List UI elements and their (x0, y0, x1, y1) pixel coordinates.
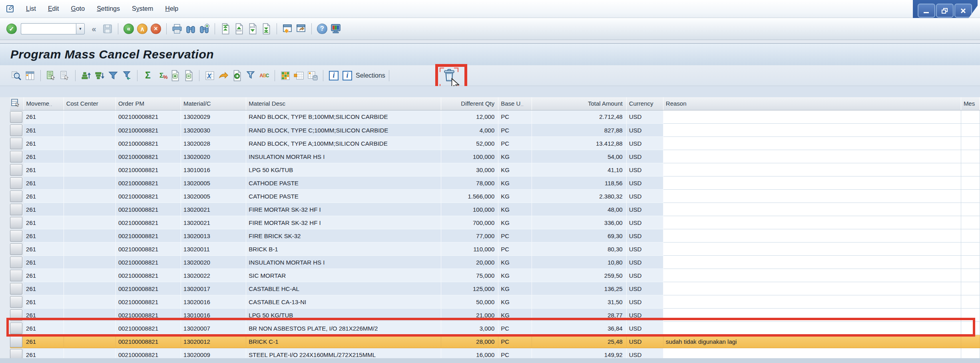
sort-asc-icon[interactable] (80, 70, 92, 82)
cell-message[interactable] (961, 203, 980, 216)
cell-message[interactable] (961, 229, 980, 243)
cell-material[interactable]: 13010016 (181, 309, 246, 322)
row-selector[interactable] (10, 296, 22, 308)
cell-movement[interactable]: 261 (24, 124, 64, 137)
menu-item-list[interactable]: List (20, 4, 42, 14)
last-page-icon[interactable] (261, 23, 272, 35)
cell-currency[interactable]: USD (626, 309, 663, 322)
menu-item-help[interactable]: Help (159, 4, 184, 14)
row-selector[interactable] (10, 323, 22, 334)
close-button[interactable] (954, 4, 972, 18)
find-icon[interactable] (185, 23, 196, 35)
col-header-currency[interactable]: Currency (626, 97, 663, 110)
cell-message[interactable] (961, 110, 980, 124)
cell-currency[interactable]: USD (626, 243, 663, 256)
menu-item-settings[interactable]: Settings (91, 4, 126, 14)
cell-base_unit[interactable]: KG (498, 203, 532, 216)
cell-message[interactable] (961, 176, 980, 190)
cell-material_desc[interactable]: CATHODE PASTE (246, 190, 441, 203)
cell-total_amount[interactable]: 41,10 (532, 163, 626, 176)
col-header-total_amount[interactable]: Total Amount (532, 97, 626, 110)
page-down-icon[interactable] (247, 23, 258, 35)
cell-movement[interactable]: 261 (24, 203, 64, 216)
cell-base_unit[interactable]: PC (498, 137, 532, 150)
cell-message[interactable] (961, 282, 980, 295)
cell-base_unit[interactable]: KG (498, 295, 532, 309)
cell-cost_center[interactable] (64, 137, 116, 150)
cell-reason[interactable] (663, 190, 961, 203)
cell-cost_center[interactable] (64, 216, 116, 229)
col-header-order_pm[interactable]: Order PM (116, 97, 181, 110)
cell-total_amount[interactable]: 2.380,32 (532, 190, 626, 203)
cell-different_qty[interactable]: 12,000 (441, 110, 498, 124)
sum-icon[interactable]: Σ (142, 70, 153, 82)
cell-total_amount[interactable]: 118,56 (532, 176, 626, 190)
expand-icon[interactable] (169, 70, 181, 82)
cell-message[interactable] (961, 335, 980, 348)
cell-cost_center[interactable] (64, 269, 116, 282)
cell-currency[interactable]: USD (626, 256, 663, 269)
cell-cost_center[interactable] (64, 243, 116, 256)
view-grid-icon[interactable] (280, 70, 291, 82)
cell-cost_center[interactable] (64, 229, 116, 243)
cell-material[interactable]: 13020011 (181, 243, 246, 256)
cell-cost_center[interactable] (64, 163, 116, 176)
cell-reason[interactable] (663, 216, 961, 229)
word-processing-icon[interactable] (218, 70, 229, 82)
cell-movement[interactable]: 261 (24, 137, 64, 150)
cell-material[interactable]: 13020016 (181, 295, 246, 309)
local-file-icon[interactable] (231, 70, 243, 82)
row-selector[interactable] (10, 336, 22, 347)
cell-movement[interactable]: 261 (24, 229, 64, 243)
cell-reason[interactable]: sudah tidak digunakan lagi (663, 335, 961, 348)
cell-material[interactable]: 13020021 (181, 216, 246, 229)
cell-material[interactable]: 13020029 (181, 110, 246, 124)
cell-different_qty[interactable]: 52,000 (441, 137, 498, 150)
cell-movement[interactable]: 261 (24, 150, 64, 163)
back-icon[interactable]: « (123, 23, 134, 35)
cell-material_desc[interactable]: CATHODE PASTE (246, 176, 441, 190)
select-all-icon[interactable] (46, 70, 57, 82)
save-layout-icon[interactable] (307, 70, 318, 82)
cell-order_pm[interactable]: 002100008821 (116, 322, 181, 335)
cell-order_pm[interactable]: 002100008821 (116, 243, 181, 256)
cell-different_qty[interactable]: 77,000 (441, 229, 498, 243)
cell-reason[interactable] (663, 124, 961, 137)
cell-total_amount[interactable]: 259,50 (532, 269, 626, 282)
col-header-message[interactable]: Mes (961, 97, 980, 110)
menu-item-edit[interactable]: Edit (42, 4, 65, 14)
cell-reason[interactable] (663, 229, 961, 243)
cell-base_unit[interactable]: KG (498, 309, 532, 322)
sort-desc-icon[interactable] (94, 70, 105, 82)
cell-material[interactable]: 13020028 (181, 137, 246, 150)
row-selector[interactable] (10, 111, 22, 123)
cell-order_pm[interactable]: 002100008821 (116, 335, 181, 348)
cell-base_unit[interactable]: KG (498, 216, 532, 229)
row-selector[interactable] (10, 124, 22, 136)
cell-reason[interactable] (663, 295, 961, 309)
delete-filter-icon[interactable] (121, 70, 132, 82)
cell-base_unit[interactable]: PC (498, 322, 532, 335)
system-menu-icon[interactable] (6, 4, 16, 14)
cell-different_qty[interactable]: 125,000 (441, 282, 498, 295)
save-icon[interactable] (102, 23, 113, 35)
cell-total_amount[interactable]: 28,77 (532, 309, 626, 322)
cell-base_unit[interactable]: PC (498, 110, 532, 124)
cell-total_amount[interactable]: 13.412,88 (532, 137, 626, 150)
cell-reason[interactable] (663, 309, 961, 322)
cell-cost_center[interactable] (64, 203, 116, 216)
row-selector[interactable] (10, 283, 22, 295)
cell-reason[interactable] (663, 203, 961, 216)
cell-base_unit[interactable]: PC (498, 229, 532, 243)
cell-currency[interactable]: USD (626, 137, 663, 150)
col-header-base_unit[interactable]: Base U.. (498, 97, 532, 110)
exit-icon[interactable]: ∧ (137, 23, 148, 35)
cell-material[interactable]: 13020012 (181, 335, 246, 348)
cell-currency[interactable]: USD (626, 110, 663, 124)
export-spreadsheet-icon[interactable]: X (204, 70, 215, 82)
cell-total_amount[interactable]: 80,30 (532, 243, 626, 256)
row-selector[interactable] (10, 243, 22, 255)
cell-total_amount[interactable]: 36,84 (532, 322, 626, 335)
collapse-icon[interactable] (183, 70, 194, 82)
cell-message[interactable] (961, 243, 980, 256)
